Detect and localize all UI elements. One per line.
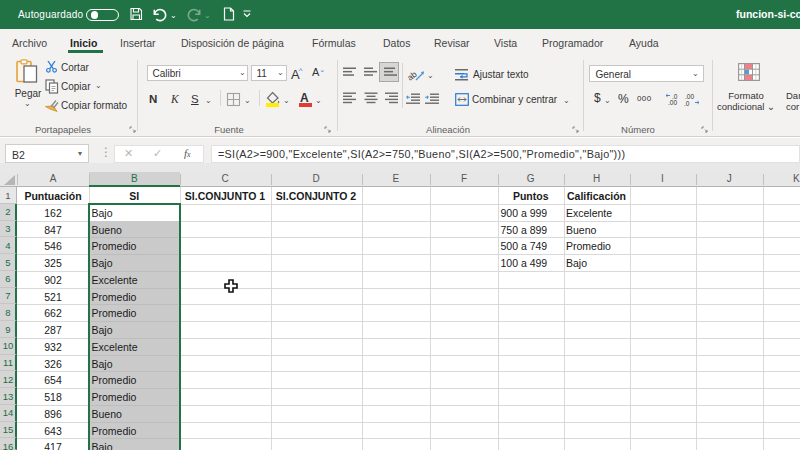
- svg-text:.00: .00: [668, 99, 677, 106]
- svg-text:.0: .0: [684, 99, 690, 106]
- svg-text:ab: ab: [407, 69, 419, 82]
- svg-text:.00: .00: [685, 92, 694, 99]
